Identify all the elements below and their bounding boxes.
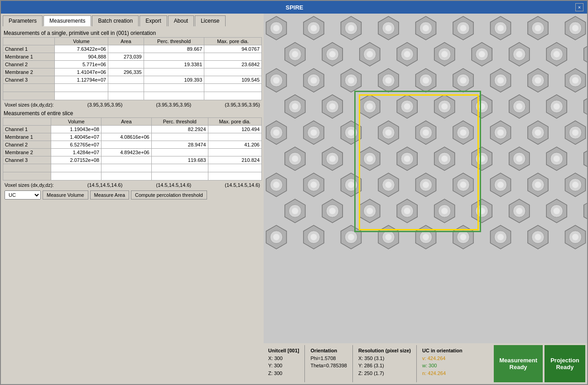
measurement-ready-label: Measurement [499,357,537,364]
table-row: Membrane 2 1.41047e+06 296,335 [3,68,262,76]
voxel-row-1: Voxel sizes (dx,dy,dz): (3.95,3.95,3.95)… [3,101,262,108]
svg-point-177 [572,129,578,136]
svg-point-168 [460,129,467,136]
svg-point-231 [348,182,354,188]
col-area: Area [108,38,144,45]
svg-point-267 [366,208,373,214]
resolution-block: Resolution (pixel size) X: 350 (3.1) Y: … [356,345,414,382]
col2-perc: Perc. threshold [151,118,208,126]
row-area: 296,335 [108,68,144,76]
row-maxpore [208,149,261,156]
svg-point-51 [366,51,373,58]
compute-percolation-button[interactable]: Compute percolation threshold [131,190,207,200]
tab-content: Measurements of a single, primitive unit… [3,28,262,382]
row-volume: 6.52765e+07 [51,141,101,149]
tab-license[interactable]: License [195,15,225,26]
tab-measurements[interactable]: Measurements [43,15,91,26]
row-name: Channel 2 [3,141,51,149]
svg-point-306 [386,234,392,240]
row-perc [144,53,204,61]
svg-point-165 [423,129,429,136]
row-area [108,45,144,53]
window-title: SPIRE [14,4,575,11]
svg-point-24 [460,25,467,31]
row-perc: 89.667 [144,45,204,53]
measure-area-button[interactable]: Measure Area [90,190,129,200]
svg-point-60 [479,51,485,58]
svg-point-54 [404,51,410,58]
svg-point-210 [554,156,560,162]
row-area: 273,039 [108,53,144,61]
tab-export[interactable]: Export [140,15,167,26]
svg-point-48 [329,51,336,58]
svg-point-318 [535,234,541,240]
svg-point-249 [572,182,578,188]
svg-point-204 [479,156,485,162]
svg-point-297 [273,234,280,240]
tab-batch-creation[interactable]: Batch creation [92,15,139,26]
svg-point-105 [572,77,578,83]
res-z: Z: 250 (1.7) [358,370,411,377]
section2-table: Volume Area Perc. threshold Max. pore di… [3,117,262,180]
row-maxpore: 41.206 [208,141,261,149]
right-panel: Unitcell [001] X: 300 Y: 300 Z: 300 Orie… [264,14,587,384]
voxel-row-2: Voxel sizes (dx,dy,dz): (14.5,14.5,14.6)… [3,181,262,189]
svg-point-279 [516,208,522,214]
svg-point-87 [348,77,354,83]
row-maxpore: 23.6842 [204,61,262,68]
voxel2-label: Voxel sizes (dx,dy,dz): [5,182,54,188]
res-x: X: 350 (3.1) [358,355,411,362]
projection-label: Projection [550,357,579,364]
svg-point-192 [329,156,336,162]
svg-point-123 [366,103,373,110]
row-volume: 7.63422e+06 [54,45,108,53]
svg-point-270 [404,208,410,214]
uc-n: n: 424.264 [422,370,463,377]
svg-point-138 [554,103,560,110]
row-maxpore [204,68,262,76]
table-row: Channel 3 1.12794e+07 109.393 109.545 [3,76,262,84]
col-perc: Perc. threshold [144,38,204,45]
svg-point-156 [311,129,317,136]
svg-point-102 [535,77,541,83]
svg-point-159 [348,129,354,136]
row-maxpore: 94.0767 [204,45,262,53]
row-maxpore: 120.494 [208,126,261,133]
close-button[interactable]: × [575,3,583,11]
row-area [101,156,152,164]
projection-ready-label: Ready [556,364,574,370]
svg-point-303 [348,234,354,240]
table-row [3,172,262,180]
uc-select[interactable]: UC [5,190,41,200]
svg-point-15 [348,25,354,31]
row-volume: 1.19043e+08 [51,126,101,133]
tab-about[interactable]: About [168,15,194,26]
svg-point-135 [516,103,522,110]
svg-point-201 [441,156,448,162]
divider2 [352,345,353,382]
measure-volume-button[interactable]: Measure Volume [43,190,88,200]
svg-point-171 [497,129,504,136]
tab-parameters[interactable]: Parameters [3,15,43,26]
projection-ready-badge: Projection Ready [545,345,585,382]
svg-point-240 [460,182,467,188]
table-row: Channel 1 7.63422e+06 89.667 94.0767 [3,45,262,53]
row-area [108,76,144,84]
svg-point-66 [554,51,560,58]
row-maxpore [204,53,262,61]
row-name: Channel 3 [3,76,55,84]
svg-point-234 [386,182,392,188]
table-row: Membrane 2 1.4284e+07 4.89423e+06 [3,149,262,156]
col2-area: Area [101,118,152,126]
row-perc [144,68,204,76]
svg-point-237 [423,182,429,188]
table-row: Membrane 1 1.40045e+07 4.08616e+06 [3,133,262,141]
svg-point-12 [311,25,317,31]
voxel2-val1: (14.5,14.5,14.6) [87,182,123,188]
section2-label: Measurements of entire slice [4,110,261,117]
row-area: 4.89423e+06 [101,149,152,156]
row-volume: 5.771e+06 [54,61,108,68]
titlebar: SPIRE × [1,1,587,14]
unitcell-x: X: 300 [268,355,299,362]
col2-volume: Volume [51,118,101,126]
